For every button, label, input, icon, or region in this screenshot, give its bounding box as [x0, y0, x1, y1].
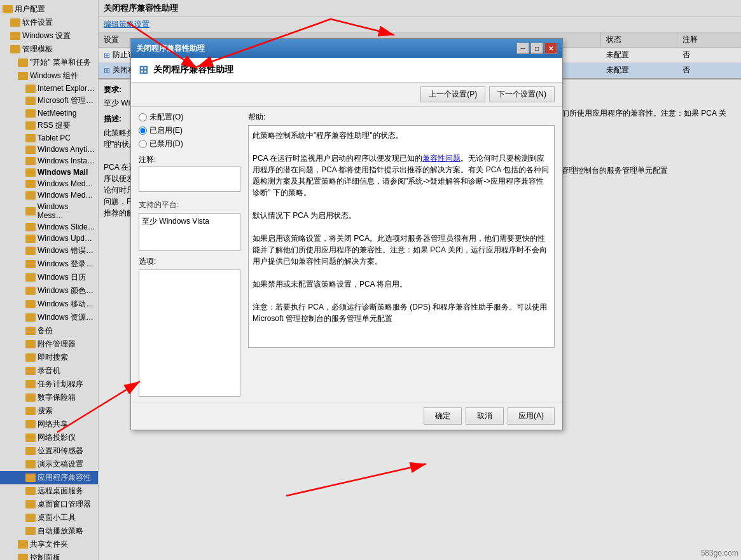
dialog-left: 未配置(O) 已启用(E) 已禁用(D) 注释: 支持的平台: [139, 112, 240, 397]
titlebar-controls: ─ □ ✕ [516, 43, 557, 54]
close-button[interactable]: ✕ [544, 43, 557, 54]
maximize-button[interactable]: □ [530, 43, 543, 54]
minimize-button[interactable]: ─ [516, 43, 529, 54]
dialog-nav-row: 上一个设置(P) 下一个设置(N) [131, 83, 562, 107]
cancel-button[interactable]: 取消 [466, 407, 504, 425]
radio-disabled[interactable]: 已禁用(D) [139, 139, 240, 149]
radio-disabled-input[interactable] [139, 140, 147, 148]
radio-group: 未配置(O) 已启用(E) 已禁用(D) [139, 112, 240, 149]
notes-label: 注释: [139, 154, 240, 165]
options-label: 选项: [139, 256, 240, 267]
help-box: 此策略控制系统中"程序兼容性助理"的状态。 PCA 在运行时监视用户启动的程序以… [248, 125, 555, 348]
platform-box: 至少 Windows Vista [139, 213, 240, 251]
dialog: 关闭程序兼容性助理 ─ □ ✕ ⊞ 关闭程序兼容性助理 上一个设置(P) 下一个… [130, 38, 563, 430]
radio-not-configured-input[interactable] [139, 113, 147, 121]
dialog-header-text: 关闭程序兼容性助理 [153, 64, 233, 76]
dialog-footer: 确定 取消 应用(A) [131, 402, 562, 430]
dialog-title-text: 关闭程序兼容性助理 [136, 43, 205, 54]
notes-box[interactable] [139, 167, 240, 192]
options-box [139, 270, 240, 397]
apply-button[interactable]: 应用(A) [508, 407, 555, 425]
dialog-header: ⊞ 关闭程序兼容性助理 [131, 58, 562, 83]
radio-enabled[interactable]: 已启用(E) [139, 125, 240, 136]
dialog-right: 帮助: 此策略控制系统中"程序兼容性助理"的状态。 PCA 在运行时监视用户启动… [248, 112, 555, 397]
dialog-header-icon: ⊞ [139, 63, 148, 77]
help-label: 帮助: [248, 112, 555, 123]
prev-setting-button[interactable]: 上一个设置(P) [420, 86, 485, 102]
radio-not-configured[interactable]: 未配置(O) [139, 112, 240, 123]
supported-label: 支持的平台: [139, 200, 240, 210]
dialog-body: 未配置(O) 已启用(E) 已禁用(D) 注释: 支持的平台: [131, 107, 562, 402]
page-wrapper: 用户配置 软件设置 Windows 设置 管理模板 "开始" 菜单和任务 [0, 0, 741, 560]
radio-enabled-input[interactable] [139, 126, 147, 135]
help-link-1[interactable]: 兼容性问题 [422, 154, 461, 163]
dialog-titlebar: 关闭程序兼容性助理 ─ □ ✕ [131, 39, 562, 58]
ok-button[interactable]: 确定 [424, 407, 462, 425]
next-setting-button[interactable]: 下一个设置(N) [489, 86, 555, 102]
